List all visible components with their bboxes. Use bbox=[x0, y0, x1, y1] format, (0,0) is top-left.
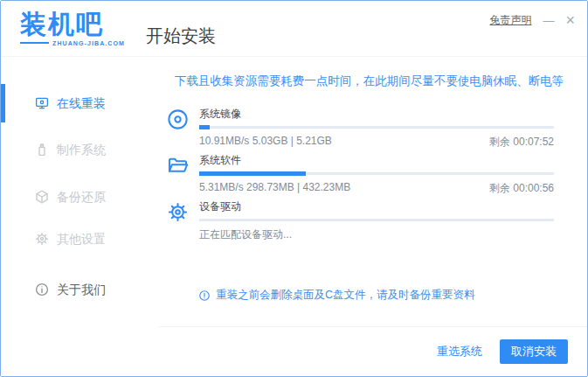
sidebar-item-about-us[interactable]: 关于我们 bbox=[1, 274, 158, 305]
sidebar-item-backup-restore[interactable]: 备份还原 bbox=[1, 181, 158, 213]
remaining-time-text: 剩余 00:07:52 bbox=[489, 135, 554, 150]
app-logo-subtext: ZHUANG-JIBA.COM bbox=[52, 40, 125, 46]
task-name: 系统镜像 bbox=[199, 107, 554, 122]
sidebar-item-label: 制作系统 bbox=[57, 142, 106, 157]
task-system-image: 系统镜像 10.91MB/s 5.03GB | 5.21GB 剩余 00:07:… bbox=[199, 107, 554, 150]
sidebar-item-make-system[interactable]: 制作系统 bbox=[1, 134, 158, 165]
remaining-time-text: 剩余 00:00:56 bbox=[489, 181, 554, 196]
main-panel: 下载且收集资源需要耗费一点时间，在此期间尽量不要使电脑休眠、断电等 系统镜像 1… bbox=[158, 57, 587, 376]
alert-circle-icon bbox=[198, 290, 211, 302]
task-system-software: 系统软件 5.31MB/s 298.73MB | 432.23MB 剩余 00:… bbox=[199, 153, 554, 196]
download-speed-text: 5.31MB/s 298.73MB | 432.23MB bbox=[199, 181, 350, 196]
package-icon bbox=[34, 189, 50, 205]
progress-bar bbox=[199, 218, 554, 222]
minimize-button[interactable]: — bbox=[543, 15, 554, 26]
sidebar-item-label: 备份还原 bbox=[57, 189, 106, 205]
page-title: 开始安装 bbox=[146, 24, 216, 48]
progress-bar bbox=[199, 125, 554, 129]
progress-fill bbox=[199, 171, 306, 176]
progress-track bbox=[199, 219, 554, 221]
sidebar-item-online-reinstall[interactable]: 在线重装 bbox=[1, 87, 158, 119]
app-logo-text: 装机吧 bbox=[20, 10, 125, 40]
disc-icon bbox=[166, 108, 190, 131]
titlebar: 装机吧 ZHUANG-JIBA.COM 开始安装 免责声明 — × bbox=[1, 1, 587, 57]
monitor-icon bbox=[34, 95, 50, 111]
logo-underline bbox=[20, 42, 49, 44]
backup-warning: 重装之前会删除桌面及C盘文件，请及时备份重要资料 bbox=[198, 288, 475, 303]
sidebar-item-label: 关于我们 bbox=[57, 282, 106, 297]
folder-icon bbox=[166, 154, 190, 178]
reselect-system-button[interactable]: 重选系统 bbox=[437, 344, 482, 360]
app-logo: 装机吧 ZHUANG-JIBA.COM bbox=[20, 10, 125, 46]
close-button[interactable]: × bbox=[565, 12, 575, 28]
gear-icon bbox=[166, 200, 190, 224]
active-accent-bar bbox=[1, 84, 5, 122]
download-speed-text: 10.91MB/s 5.03GB | 5.21GB bbox=[199, 135, 332, 150]
sidebar: 在线重装 制作系统 备份还原 bbox=[1, 57, 158, 376]
usb-drive-icon bbox=[34, 142, 50, 157]
sidebar-item-label: 在线重装 bbox=[57, 95, 106, 111]
progress-track bbox=[199, 126, 554, 129]
cancel-install-button[interactable]: 取消安装 bbox=[500, 339, 568, 364]
task-device-driver: 设备驱动 正在匹配设备驱动... bbox=[199, 199, 554, 242]
disclaimer-link[interactable]: 免责声明 bbox=[489, 13, 531, 28]
info-icon bbox=[34, 282, 50, 297]
task-name: 系统软件 bbox=[199, 153, 554, 168]
progress-bar bbox=[199, 171, 554, 176]
installer-window: 装机吧 ZHUANG-JIBA.COM 开始安装 免责声明 — × 在线重装 bbox=[0, 0, 588, 377]
sidebar-item-label: 其他设置 bbox=[57, 231, 106, 247]
gear-icon bbox=[34, 231, 50, 247]
footer-bar: 重选系统 取消安装 bbox=[158, 326, 587, 376]
sidebar-item-other-settings[interactable]: 其他设置 bbox=[1, 223, 158, 255]
warning-text: 重装之前会删除桌面及C盘文件，请及时备份重要资料 bbox=[216, 288, 475, 303]
notice-text: 下载且收集资源需要耗费一点时间，在此期间尽量不要使电脑休眠、断电等 bbox=[162, 73, 577, 89]
progress-fill bbox=[199, 125, 210, 129]
task-name: 设备驱动 bbox=[199, 199, 554, 214]
task-status-text: 正在匹配设备驱动... bbox=[199, 227, 292, 242]
